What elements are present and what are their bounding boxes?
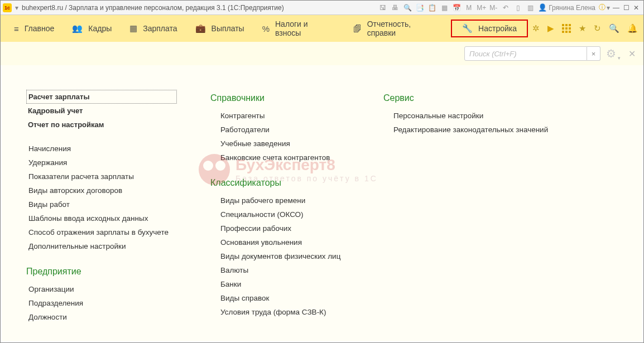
link-raschet-zarplaty[interactable]: Расчет зарплаты — [26, 90, 177, 104]
link-rabotodateli[interactable]: Работодатели — [210, 123, 350, 137]
nav-nalogi[interactable]: % Налоги и взносы — [254, 16, 343, 41]
link-professii-rabochikh[interactable]: Профессии рабочих — [210, 221, 350, 235]
save-icon[interactable]: 🖫 — [378, 4, 387, 12]
user-icon: 👤 — [538, 3, 547, 12]
link-vidy-dokumentov[interactable]: Виды документов физических лиц — [210, 249, 350, 263]
link-osnovaniya-uvolneniya[interactable]: Основания увольнения — [210, 235, 350, 249]
sub-toolbar: × ⚙ ✕ — [1, 42, 643, 65]
people-icon: 👥 — [72, 23, 83, 33]
search-icon[interactable]: 🔍 — [609, 23, 619, 33]
user-block[interactable]: 👤 Грянина Елена — [538, 3, 595, 12]
star-icon[interactable]: ★ — [579, 23, 586, 33]
link-dop-nastroyki[interactable]: Дополнительные настройки — [26, 239, 177, 253]
m-minus-icon[interactable]: M- — [489, 4, 498, 12]
link-banki[interactable]: Банки — [210, 277, 350, 291]
section-servis[interactable]: Сервис — [383, 93, 562, 103]
compare-icon[interactable]: 📑 — [415, 4, 424, 12]
section-klassifikatory[interactable]: Классификаторы — [210, 178, 350, 188]
nav-label: Налоги и взносы — [275, 20, 335, 37]
nav-label: Зарплата — [143, 24, 177, 33]
gear-icon[interactable]: ✲ — [532, 23, 540, 33]
panel-close-button[interactable]: ✕ — [628, 49, 636, 59]
section-predpriyatie[interactable]: Предприятие — [26, 267, 177, 277]
nav-label: Кадры — [88, 24, 112, 33]
link-redaktirovanie-zakon[interactable]: Редактирование законодательных значений — [383, 123, 562, 137]
title-toolbar: 🖫 🖶 🔍 📑 📋 ▦ 📅 M M+ M- ↶ ▯ ▥ — [378, 4, 535, 12]
nav-otchetnost[interactable]: 🗐 Отчетность, справки — [345, 16, 449, 41]
nav-label: Выплаты — [212, 24, 244, 33]
link-kontragenty[interactable]: Контрагенты — [210, 109, 350, 123]
clipboard-icon[interactable]: 📋 — [427, 4, 436, 12]
info-icon[interactable]: ⓘ — [599, 3, 605, 12]
history-icon[interactable]: ↻ — [594, 23, 601, 33]
content-panel: Расчет зарплаты Кадровый учет Отчет по н… — [2, 65, 642, 341]
link-sposob-otrazheniya[interactable]: Способ отражения зарплаты в бухучете — [26, 225, 177, 239]
back-icon[interactable]: ↶ — [501, 4, 510, 12]
info-dropdown[interactable]: ▾ — [605, 4, 611, 12]
wrench-icon: 🔧 — [462, 23, 473, 33]
nav-nastroyka[interactable]: 🔧 Настройка — [451, 20, 528, 37]
search-input[interactable] — [464, 46, 587, 61]
column-left: Расчет зарплаты Кадровый учет Отчет по н… — [26, 90, 177, 336]
column-right: Сервис Персональные настройки Редактиров… — [383, 90, 562, 336]
app-menu-dropdown[interactable]: ▾ — [14, 4, 20, 12]
link-dolzhnosti[interactable]: Должности — [26, 310, 177, 324]
nav-label: Отчетность, справки — [367, 20, 441, 37]
forward-icon[interactable]: ▶ — [547, 23, 554, 33]
print-icon[interactable]: 🖶 — [391, 4, 400, 12]
link-kadrovyy-uchet[interactable]: Кадровый учет — [26, 104, 177, 118]
nav-main[interactable]: ≡ Главное — [6, 21, 62, 37]
link-usloviya-truda[interactable]: Условия труда (форма СЗВ-К) — [210, 305, 350, 319]
nav-kadry[interactable]: 👥 Кадры — [64, 20, 119, 37]
book-icon[interactable]: ▯ — [513, 4, 522, 12]
window-title: buhexpert8.ru / Зарплата и управление пе… — [22, 4, 284, 12]
link-avtorskie-dogovory[interactable]: Виды авторских договоров — [26, 183, 177, 197]
link-vidy-spravok[interactable]: Виды справок — [210, 291, 350, 305]
link-uderzhaniya[interactable]: Удержания — [26, 156, 177, 170]
link-otchet-nastroyki[interactable]: Отчет по настройкам — [26, 118, 177, 132]
bell-icon[interactable]: 🔔 — [627, 23, 638, 33]
search-clear-button[interactable]: × — [587, 46, 600, 61]
wallet-icon: 💼 — [195, 23, 206, 33]
menu-icon: ≡ — [14, 24, 19, 33]
section-spravochniki[interactable]: Справочники — [210, 93, 350, 103]
nav-right-tools: ✲ ▶ ★ ↻ 🔍 🔔 — [532, 23, 638, 33]
calendar-icon[interactable]: 📅 — [452, 4, 461, 12]
link-bank-scheta[interactable]: Банковские счета контрагентов — [210, 151, 350, 165]
link-valyuty[interactable]: Валюты — [210, 263, 350, 277]
calc-icon: ▦ — [129, 23, 137, 33]
nav-vyplaty[interactable]: 💼 Выплаты — [188, 20, 252, 37]
m-icon[interactable]: M — [464, 4, 473, 12]
panel-settings-icon[interactable]: ⚙ — [606, 47, 616, 60]
column-middle: Справочники Контрагенты Работодатели Уче… — [210, 90, 350, 336]
section-nav: ≡ Главное 👥 Кадры ▦ Зарплата 💼 Выплаты %… — [1, 15, 643, 42]
nav-label: Настройка — [478, 24, 517, 33]
user-name: Грянина Елена — [549, 4, 595, 12]
report-icon: 🗐 — [353, 24, 362, 33]
link-podrazdeleniya[interactable]: Подразделения — [26, 296, 177, 310]
calc-icon[interactable]: ▦ — [440, 4, 449, 12]
link-pokazateli[interactable]: Показатели расчета зарплаты — [26, 170, 177, 183]
link-organizatsii[interactable]: Организации — [26, 282, 177, 296]
close-button[interactable]: ✕ — [631, 4, 641, 12]
link-shablony-vvoda[interactable]: Шаблоны ввода исходных данных — [26, 211, 177, 225]
link-vidy-rabochego-vremeni[interactable]: Виды рабочего времени — [210, 194, 350, 207]
apps-icon[interactable] — [562, 24, 571, 33]
maximize-button[interactable]: ☐ — [621, 4, 631, 12]
search-wrap: × — [464, 46, 600, 61]
minimize-button[interactable]: — — [611, 4, 621, 12]
title-bar: 1c ▾ buhexpert8.ru / Зарплата и управлен… — [1, 1, 643, 15]
panels-icon[interactable]: ▥ — [526, 4, 535, 12]
preview-icon[interactable]: 🔍 — [403, 4, 412, 12]
link-nachisleniya[interactable]: Начисления — [26, 142, 177, 156]
link-uchebnye-zavedeniya[interactable]: Учебные заведения — [210, 137, 350, 151]
link-personalnye-nastroyki[interactable]: Персональные настройки — [383, 109, 562, 123]
app-logo-icon: 1c — [3, 3, 12, 12]
link-vidy-rabot[interactable]: Виды работ — [26, 197, 177, 211]
nav-zarplata[interactable]: ▦ Зарплата — [122, 20, 185, 37]
nav-label: Главное — [25, 24, 55, 33]
link-spetsialnosti-okso[interactable]: Специальности (ОКСО) — [210, 207, 350, 221]
percent-icon: % — [262, 24, 270, 33]
m-plus-icon[interactable]: M+ — [477, 4, 486, 12]
